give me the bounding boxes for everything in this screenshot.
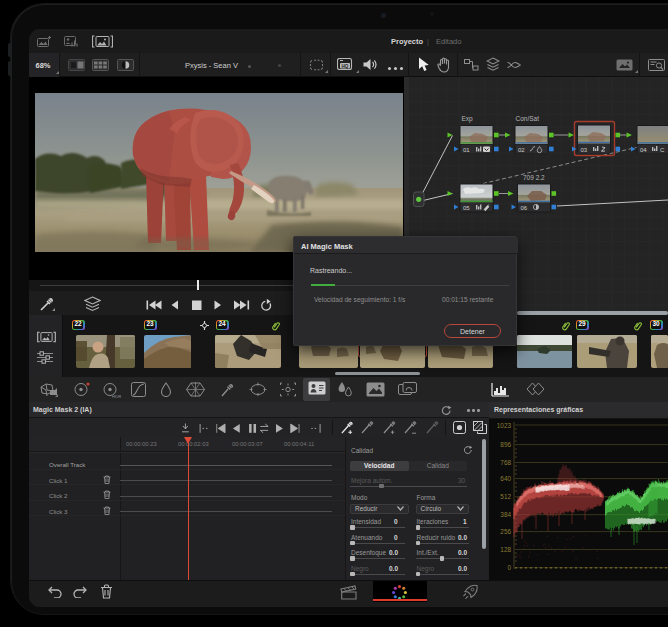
svg-text:01: 01 [463, 147, 470, 153]
svg-text:03: 03 [581, 147, 588, 153]
svg-text:C: C [660, 147, 665, 153]
svg-text:1023: 1023 [497, 422, 512, 429]
svg-text:640: 640 [500, 475, 511, 482]
svg-text:709 2.2: 709 2.2 [523, 174, 545, 181]
svg-text:896: 896 [500, 441, 511, 448]
svg-text:06: 06 [521, 205, 528, 211]
svg-text:05: 05 [463, 205, 470, 211]
svg-text:512: 512 [500, 493, 511, 500]
svg-text:HDR: HDR [112, 394, 121, 399]
svg-text:768: 768 [500, 459, 511, 466]
svg-text:HQ: HQ [342, 64, 349, 69]
svg-text:128: 128 [500, 546, 511, 553]
svg-text:04: 04 [640, 147, 647, 153]
svg-text:Exp: Exp [462, 115, 474, 123]
svg-text:0: 0 [507, 564, 511, 571]
svg-text:Con/Sat: Con/Sat [516, 115, 540, 122]
svg-text:256: 256 [500, 528, 511, 535]
svg-text:384: 384 [500, 511, 511, 518]
svg-text:02: 02 [518, 147, 525, 153]
